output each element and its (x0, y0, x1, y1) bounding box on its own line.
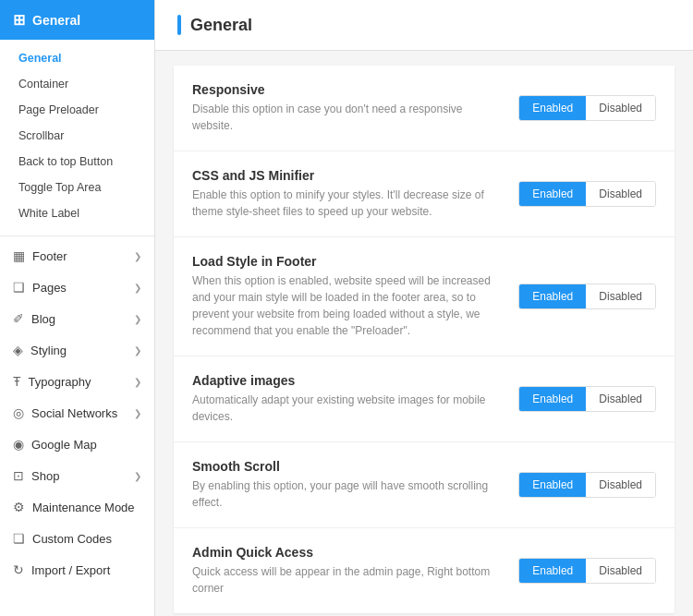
sidebar-section-maintenance-mode: ⚙Maintenance Mode (0, 491, 154, 523)
chevron-icon-styling: ❯ (134, 345, 141, 356)
header-accent-bar (177, 15, 181, 35)
sidebar-section-header-google-map[interactable]: ◉Google Map (0, 429, 154, 460)
setting-info-adaptive-images: Adaptive imagesAutomatically adapt your … (192, 373, 518, 425)
sidebar-section-header-blog[interactable]: ✐Blog❯ (0, 303, 154, 334)
sidebar-section-label-maintenance-mode: Maintenance Mode (32, 501, 135, 514)
toggle-disabled-admin-quick-access[interactable]: Disabled (586, 559, 655, 583)
custom-codes-icon: ❏ (13, 531, 25, 546)
toggle-disabled-smooth-scroll[interactable]: Disabled (586, 473, 655, 497)
sidebar-item-back-to-top[interactable]: Back to top Button (0, 149, 154, 175)
chevron-icon-footer: ❯ (134, 251, 141, 261)
settings-list: ResponsiveDisable this option in case yo… (155, 66, 693, 616)
toggle-disabled-css-js-minifier[interactable]: Disabled (586, 182, 655, 206)
sidebar-item-white-label[interactable]: White Label (0, 200, 154, 226)
sidebar-header-label: General (32, 13, 80, 28)
sidebar-section-header-typography[interactable]: ŦTypography❯ (0, 366, 154, 397)
sidebar-section-label-footer: Footer (32, 249, 67, 263)
pages-icon: ❑ (13, 280, 25, 295)
setting-desc-smooth-scroll: By enabling this option, your page will … (192, 477, 500, 511)
setting-row-load-style-footer: Load Style in FooterWhen this option is … (174, 237, 675, 356)
sidebar-section-shop: ⊡Shop❯ (0, 460, 154, 491)
sidebar-section-label-shop: Shop (31, 469, 59, 483)
setting-desc-admin-quick-access: Quick access will be appear in the admin… (192, 563, 500, 597)
setting-info-smooth-scroll: Smooth ScrollBy enabling this option, yo… (192, 459, 518, 511)
toggle-enabled-smooth-scroll[interactable]: Enabled (519, 473, 586, 497)
sidebar-section-header-maintenance-mode[interactable]: ⚙Maintenance Mode (0, 491, 154, 523)
toggle-enabled-load-style-footer[interactable]: Enabled (519, 284, 586, 308)
sidebar-section-header-footer[interactable]: ▦Footer❯ (0, 240, 154, 272)
sidebar-section-typography: ŦTypography❯ (0, 366, 154, 397)
setting-title-load-style-footer: Load Style in Footer (192, 254, 500, 269)
toggle-enabled-css-js-minifier[interactable]: Enabled (519, 182, 586, 206)
main-header: General (155, 0, 693, 51)
setting-info-responsive: ResponsiveDisable this option in case yo… (192, 82, 518, 134)
sidebar-section-label-google-map: Google Map (31, 438, 97, 452)
sidebar-section-label-typography: Typography (29, 375, 91, 389)
main-content: General ResponsiveDisable this option in… (155, 0, 693, 616)
setting-row-css-js-minifier: CSS and JS MinifierEnable this option to… (174, 151, 675, 237)
sidebar-section-social-networks: ◎Social Networks❯ (0, 397, 154, 429)
maintenance-mode-icon: ⚙ (13, 500, 25, 514)
setting-desc-load-style-footer: When this option is enabled, website spe… (192, 272, 500, 339)
toggle-enabled-responsive[interactable]: Enabled (519, 96, 586, 120)
setting-title-admin-quick-access: Admin Quick Acess (192, 545, 500, 560)
toggle-disabled-load-style-footer[interactable]: Disabled (586, 284, 655, 308)
sidebar-item-scrollbar[interactable]: Scrollbar (0, 123, 154, 149)
sidebar-section-label-pages: Pages (32, 281, 67, 295)
shop-icon: ⊡ (13, 468, 24, 483)
setting-title-smooth-scroll: Smooth Scroll (192, 459, 500, 474)
social-networks-icon: ◎ (13, 405, 24, 420)
sidebar-item-toggle-top[interactable]: Toggle Top Area (0, 175, 154, 200)
sidebar: ⊞ General GeneralContainerPage Preloader… (0, 0, 155, 616)
page-title: General (190, 16, 252, 35)
sidebar-section-header-import-export[interactable]: ↻Import / Export (0, 554, 154, 586)
sidebar-section-header-pages[interactable]: ❑Pages❯ (0, 272, 154, 303)
sidebar-section-header-styling[interactable]: ◈Styling❯ (0, 334, 154, 366)
setting-row-responsive: ResponsiveDisable this option in case yo… (174, 66, 675, 151)
sidebar-section-header-shop[interactable]: ⊡Shop❯ (0, 460, 154, 491)
setting-desc-adaptive-images: Automatically adapt your existing websit… (192, 392, 500, 425)
import-export-icon: ↻ (13, 562, 24, 577)
toggle-enabled-adaptive-images[interactable]: Enabled (519, 387, 586, 411)
styling-icon: ◈ (13, 343, 23, 357)
sidebar-section-label-blog: Blog (31, 312, 55, 326)
sidebar-section-header-custom-codes[interactable]: ❏Custom Codes (0, 523, 154, 554)
toggle-group-load-style-footer: EnabledDisabled (518, 284, 656, 309)
typography-icon: Ŧ (13, 374, 21, 389)
sidebar-section-blog: ✐Blog❯ (0, 303, 154, 334)
sidebar-divider-1 (0, 236, 154, 236)
chevron-icon-typography: ❯ (134, 377, 141, 387)
chevron-icon-blog: ❯ (134, 314, 141, 324)
sidebar-item-page-preloader[interactable]: Page Preloader (0, 97, 154, 123)
sidebar-section-label-social-networks: Social Networks (31, 406, 117, 420)
sidebar-sub-items: GeneralContainerPage PreloaderScrollbarB… (0, 40, 154, 232)
general-icon: ⊞ (13, 11, 25, 29)
sidebar-section-header-social-networks[interactable]: ◎Social Networks❯ (0, 397, 154, 429)
footer-icon: ▦ (13, 248, 25, 263)
toggle-group-adaptive-images: EnabledDisabled (518, 386, 656, 412)
setting-desc-css-js-minifier: Enable this option to minify your styles… (192, 187, 500, 220)
toggle-enabled-admin-quick-access[interactable]: Enabled (519, 559, 586, 583)
blog-icon: ✐ (13, 311, 24, 326)
settings-card: ResponsiveDisable this option in case yo… (174, 66, 675, 613)
toggle-group-css-js-minifier: EnabledDisabled (518, 181, 656, 207)
sidebar-section-pages: ❑Pages❯ (0, 272, 154, 303)
setting-title-responsive: Responsive (192, 82, 500, 97)
sidebar-item-container[interactable]: Container (0, 71, 154, 97)
setting-info-admin-quick-access: Admin Quick AcessQuick access will be ap… (192, 545, 518, 597)
google-map-icon: ◉ (13, 437, 24, 452)
sidebar-section-footer: ▦Footer❯ (0, 240, 154, 272)
sidebar-section-import-export: ↻Import / Export (0, 554, 154, 586)
setting-desc-responsive: Disable this option in case you don't ne… (192, 101, 500, 134)
setting-title-css-js-minifier: CSS and JS Minifier (192, 168, 500, 183)
toggle-disabled-adaptive-images[interactable]: Disabled (586, 387, 655, 411)
setting-info-css-js-minifier: CSS and JS MinifierEnable this option to… (192, 168, 518, 220)
toggle-group-smooth-scroll: EnabledDisabled (518, 472, 656, 498)
sidebar-item-general[interactable]: General (0, 45, 154, 71)
setting-row-adaptive-images: Adaptive imagesAutomatically adapt your … (174, 356, 675, 442)
setting-info-load-style-footer: Load Style in FooterWhen this option is … (192, 254, 518, 339)
sidebar-section-google-map: ◉Google Map (0, 429, 154, 460)
toggle-disabled-responsive[interactable]: Disabled (586, 96, 655, 120)
chevron-icon-shop: ❯ (134, 471, 141, 481)
setting-row-smooth-scroll: Smooth ScrollBy enabling this option, yo… (174, 442, 675, 528)
